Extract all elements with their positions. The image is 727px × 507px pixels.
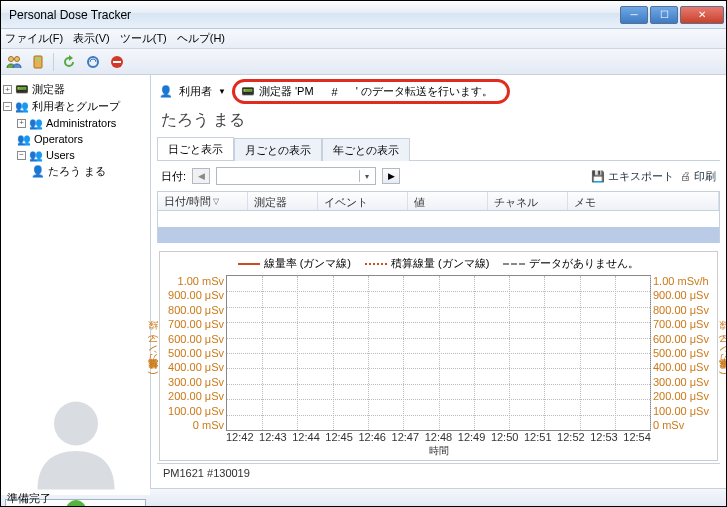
x-axis-label: 時間	[160, 443, 717, 460]
device-icon[interactable]	[29, 53, 47, 71]
svg-point-0	[9, 56, 14, 61]
transfer-message-highlight: 📟 測定器 'PM # ' のデータ転送を行います。	[232, 79, 510, 104]
tree-users[interactable]: Users	[46, 149, 75, 161]
link-icon[interactable]	[84, 53, 102, 71]
svg-rect-6	[113, 61, 121, 63]
menu-bar: ファイル(F) 表示(V) ツール(T) ヘルプ(H)	[1, 29, 726, 49]
chart-legend: 線量率 (ガンマ線) 積算線量 (ガンマ線) データがありません。	[160, 252, 717, 275]
left-pane: +📟測定器 −👥利用者とグループ +👥Administrators 👥Opera…	[1, 75, 151, 488]
toolbar	[1, 49, 726, 75]
avatar-icon	[21, 385, 131, 495]
y-left-label: 積算線量 (ガンマ線)	[146, 335, 160, 377]
window-title: Personal Dose Tracker	[9, 8, 618, 22]
tab-day[interactable]: 日ごと表示	[157, 137, 234, 160]
tree-instruments[interactable]: 測定器	[32, 82, 65, 97]
main-pane: 👤 利用者 ▼ 📟 測定器 'PM # ' のデータ転送を行います。 たろう ま…	[151, 75, 726, 488]
refresh-icon[interactable]	[60, 53, 78, 71]
x-axis: 12:4212:4312:4412:4512:4612:4712:4812:49…	[160, 431, 717, 443]
device-icon: 📟	[241, 85, 255, 99]
legend-nodata: データがありません。	[529, 256, 639, 271]
tree-users-groups[interactable]: 利用者とグループ	[32, 99, 120, 114]
svg-point-7	[54, 402, 98, 446]
prev-date-button[interactable]: ◀	[192, 168, 210, 184]
svg-rect-3	[36, 57, 41, 60]
chart-area: 線量率 (ガンマ線) 積算線量 (ガンマ線) データがありません。 積算線量 (…	[159, 251, 718, 461]
legend-rate: 線量率 (ガンマ線)	[264, 256, 351, 271]
group-icon: 👥	[29, 116, 43, 130]
printer-icon: 🖨	[680, 170, 691, 182]
plot-area	[226, 275, 651, 431]
col-channel[interactable]: チャネル	[488, 192, 568, 210]
chevron-down-icon: ▾	[359, 170, 373, 182]
grid-body[interactable]	[157, 211, 720, 243]
title-bar: Personal Dose Tracker ─ ☐ ✕	[1, 1, 726, 29]
menu-view[interactable]: 表示(V)	[73, 31, 110, 46]
tree-admins[interactable]: Administrators	[46, 117, 116, 129]
status-text: 準備完了	[7, 491, 51, 506]
export-button[interactable]: 💾エキスポート	[591, 169, 674, 184]
col-event[interactable]: イベント	[318, 192, 408, 210]
stop-icon[interactable]	[108, 53, 126, 71]
userbar-label: 利用者	[179, 84, 212, 99]
col-value[interactable]: 値	[408, 192, 488, 210]
tree-user[interactable]: たろう まる	[48, 164, 106, 179]
menu-file[interactable]: ファイル(F)	[5, 31, 63, 46]
menu-tool[interactable]: ツール(T)	[120, 31, 167, 46]
menu-help[interactable]: ヘルプ(H)	[177, 31, 225, 46]
msg-mid: #	[332, 86, 338, 98]
sort-down-icon[interactable]: ▽	[213, 197, 219, 206]
minimize-button[interactable]: ─	[620, 6, 648, 24]
tab-year[interactable]: 年ごとの表示	[322, 138, 410, 161]
expander-icon[interactable]: −	[17, 151, 26, 160]
legend-accum: 積算線量 (ガンマ線)	[391, 256, 489, 271]
y-axis-left: 積算線量 (ガンマ線) 1.00 mSv900.00 μSv800.00 μSv…	[160, 275, 226, 431]
users-icon: 👥	[15, 100, 29, 114]
col-memo[interactable]: メモ	[568, 192, 719, 210]
check-icon: ✔	[66, 500, 86, 507]
tab-month[interactable]: 月ごとの表示	[234, 138, 322, 161]
group-icon: 👥	[29, 148, 43, 162]
next-date-button[interactable]: ▶	[382, 168, 400, 184]
table-row[interactable]	[158, 227, 719, 243]
user-icon: 👤	[31, 165, 45, 179]
close-button[interactable]: ✕	[680, 6, 724, 24]
date-combo[interactable]: ▾	[216, 167, 376, 185]
table-row[interactable]	[158, 211, 719, 227]
y-axis-right: 線量率 (ガンマ線) 1.00 mSv/h900.00 μSv800.00 μS…	[651, 275, 717, 431]
avatar-pane	[1, 375, 150, 495]
maximize-button[interactable]: ☐	[650, 6, 678, 24]
print-button[interactable]: 🖨印刷	[680, 169, 716, 184]
msg-suffix: ' のデータ転送を行います。	[356, 84, 493, 99]
expander-icon[interactable]: +	[17, 119, 26, 128]
expander-icon[interactable]: −	[3, 102, 12, 111]
tree-view[interactable]: +📟測定器 −👥利用者とグループ +👥Administrators 👥Opera…	[1, 75, 150, 375]
col-device[interactable]: 測定器	[248, 192, 318, 210]
date-label: 日付:	[161, 169, 186, 184]
save-icon: 💾	[591, 170, 605, 183]
user-icon: 👤	[159, 85, 173, 99]
group-icon: 👥	[17, 132, 31, 146]
expander-icon[interactable]: +	[3, 85, 12, 94]
device-icon: 📟	[15, 83, 29, 97]
tab-bar: 日ごと表示 月ごとの表示 年ごとの表示	[157, 137, 720, 161]
y-right-label: 線量率 (ガンマ線)	[717, 335, 727, 377]
msg-prefix: 測定器 'PM	[259, 84, 314, 99]
svg-point-1	[15, 56, 20, 61]
grid-header: 日付/時間▽ 測定器 イベント 値 チャネル メモ	[157, 191, 720, 211]
users-icon[interactable]	[5, 53, 23, 71]
dropdown-icon[interactable]: ▼	[218, 87, 226, 96]
col-datetime[interactable]: 日付/時間	[164, 194, 211, 209]
selected-user-name: たろう まる	[157, 108, 720, 135]
tree-operators[interactable]: Operators	[34, 133, 83, 145]
device-info: PM1621 #130019	[157, 463, 720, 482]
